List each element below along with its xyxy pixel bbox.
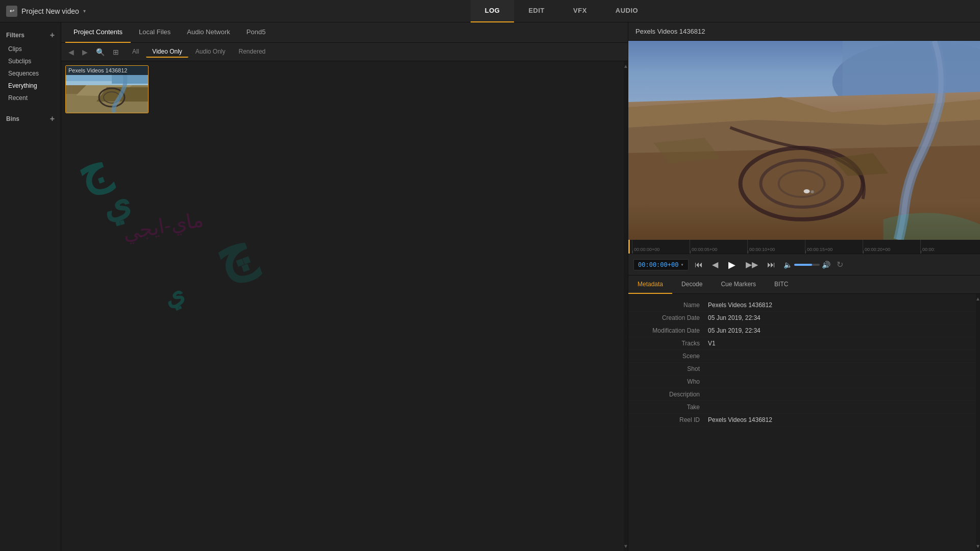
- scroll-down-button[interactable]: ▼: [623, 543, 628, 549]
- playback-controls: 00:00:00+00 ▾ ⏮ ◀ ▶ ▶▶ ⏭ 🔈 🔊 ↻: [628, 254, 980, 276]
- tab-edit[interactable]: EDIT: [514, 0, 559, 22]
- clips-grid: Pexels Videos 1436812 ج ي چ ماي-ايجي ي: [61, 61, 624, 551]
- meta-label-creation-date: Creation Date: [636, 314, 708, 321]
- meta-label-take: Take: [636, 404, 708, 411]
- meta-tab-cue-markers[interactable]: Cue Markers: [712, 276, 765, 294]
- volume-bar[interactable]: [794, 264, 820, 266]
- meta-row-mod-date: Modification Date 05 Jun 2019, 22:34: [628, 324, 976, 337]
- loop-icon[interactable]: ↻: [837, 260, 843, 269]
- meta-row-who: Who: [628, 375, 976, 388]
- bins-add-icon[interactable]: +: [50, 114, 55, 123]
- meta-scroll-down[interactable]: ▼: [975, 543, 980, 549]
- watermark-text2: ي: [97, 181, 135, 228]
- filter-type-tabs: All Video Only Audio Only Rendered: [126, 46, 272, 58]
- filter-bar: ◀ ▶ 🔍 ⊞ All Video Only Audio Only Render…: [61, 43, 628, 61]
- ruler-mark-0: 00:00:00+00: [632, 240, 690, 254]
- sidebar-item-recent[interactable]: Recent: [0, 92, 61, 104]
- meta-row-description: Description: [628, 388, 976, 401]
- meta-value-creation-date: 05 Jun 2019, 22:34: [708, 314, 761, 321]
- meta-label-shot: Shot: [636, 365, 708, 372]
- meta-value-reel-id: Pexels Videos 1436812: [708, 416, 772, 423]
- filter-tab-audio-only[interactable]: Audio Only: [189, 46, 232, 58]
- meta-tab-bitc[interactable]: BITC: [765, 276, 797, 294]
- meta-scroll-up[interactable]: ▲: [975, 296, 980, 302]
- nav-back-button[interactable]: ◀: [65, 46, 77, 58]
- right-panel: Pexels Videos 1436812: [628, 22, 980, 551]
- meta-row-take: Take: [628, 401, 976, 414]
- meta-row-name: Name Pexels Videos 1436812: [628, 299, 976, 312]
- watermark-text4: ي: [158, 278, 189, 313]
- timecode-value: 00:00:00+00: [638, 261, 678, 268]
- ruler-mark-2: 00:00:10+00: [747, 240, 805, 254]
- source-tab-local-files[interactable]: Local Files: [131, 22, 179, 43]
- tab-log[interactable]: LOG: [471, 0, 514, 22]
- volume-fill: [794, 264, 812, 266]
- search-button[interactable]: 🔍: [93, 46, 108, 58]
- source-tab-audio-network[interactable]: Audio Network: [179, 22, 238, 43]
- meta-content: Name Pexels Videos 1436812 Creation Date…: [628, 294, 976, 551]
- meta-row-shot: Shot: [628, 363, 976, 375]
- sidebar-item-subclips[interactable]: Subclips: [0, 55, 61, 67]
- bins-header: Bins +: [0, 111, 61, 127]
- step-forward-button[interactable]: ▶▶: [743, 258, 761, 271]
- meta-tab-decode[interactable]: Decode: [672, 276, 712, 294]
- meta-label-who: Who: [636, 378, 708, 385]
- svg-point-23: [811, 190, 814, 193]
- filters-label: Filters: [6, 32, 24, 39]
- watermark-text1: ج: [68, 139, 114, 200]
- source-tab-project-contents[interactable]: Project Contents: [65, 22, 131, 43]
- go-to-end-button[interactable]: ⏭: [764, 258, 778, 271]
- filter-tab-rendered[interactable]: Rendered: [233, 46, 272, 58]
- ruler-mark-5: 00:00:: [920, 240, 978, 254]
- timeline-ruler: 00:00:00+00 00:00:05+00 00:00:10+00 00:0…: [628, 240, 980, 254]
- filters-add-icon[interactable]: +: [50, 31, 55, 40]
- step-back-button[interactable]: ◀: [709, 258, 721, 271]
- grid-view-button[interactable]: ⊞: [110, 46, 122, 58]
- meta-tabs: Metadata Decode Cue Markers BITC: [628, 276, 980, 294]
- source-tabs: Project Contents Local Files Audio Netwo…: [61, 22, 628, 43]
- project-title: Project New video: [21, 7, 79, 15]
- ruler-marks: 00:00:00+00 00:00:05+00 00:00:10+00 00:0…: [630, 240, 980, 254]
- meta-scrollbar: ▲ ▼: [976, 294, 980, 551]
- volume-section: 🔈 🔊: [783, 261, 830, 269]
- watermark-overlay: ج ي چ ماي-ايجي ي: [61, 61, 624, 551]
- filter-tab-all[interactable]: All: [126, 46, 145, 58]
- go-to-start-button[interactable]: ⏮: [692, 258, 706, 271]
- sidebar-item-everything[interactable]: Everything: [0, 80, 61, 92]
- timecode-dropdown-icon[interactable]: ▾: [680, 262, 683, 267]
- viewer-header: Pexels Videos 1436812: [628, 22, 980, 41]
- video-preview: [628, 41, 980, 240]
- meta-value-mod-date: 05 Jun 2019, 22:34: [708, 327, 761, 334]
- top-bar-left: ↩ Project New video ▾: [0, 6, 143, 17]
- video-preview-svg: [628, 41, 980, 240]
- filter-tab-video-only[interactable]: Video Only: [146, 46, 188, 58]
- scroll-up-button[interactable]: ▲: [623, 63, 628, 69]
- meta-content-area: Name Pexels Videos 1436812 Creation Date…: [628, 294, 980, 551]
- meta-row-reel-id: Reel ID Pexels Videos 1436812: [628, 414, 976, 427]
- filters-header: Filters +: [0, 28, 61, 43]
- metadata-panel: Metadata Decode Cue Markers BITC Name Pe…: [628, 276, 980, 551]
- source-tab-pond5[interactable]: Pond5: [238, 22, 274, 43]
- meta-value-name: Pexels Videos 1436812: [708, 302, 772, 309]
- clips-area: Pexels Videos 1436812 ج ي چ ماي-ايجي ي ▲…: [61, 61, 628, 551]
- meta-tab-metadata[interactable]: Metadata: [628, 276, 672, 294]
- meta-row-scene: Scene: [628, 350, 976, 363]
- nav-forward-button[interactable]: ▶: [79, 46, 91, 58]
- watermark-text3: چ: [204, 215, 260, 289]
- timecode-display: 00:00:00+00 ▾: [633, 259, 689, 270]
- sidebar-item-sequences[interactable]: Sequences: [0, 67, 61, 80]
- meta-row-creation-date: Creation Date 05 Jun 2019, 22:34: [628, 312, 976, 324]
- volume-high-icon: 🔊: [822, 261, 830, 269]
- left-sidebar: Filters + Clips Subclips Sequences Every…: [0, 22, 61, 551]
- sidebar-item-clips[interactable]: Clips: [0, 43, 61, 55]
- meta-value-tracks: V1: [708, 340, 716, 347]
- list-item[interactable]: Pexels Videos 1436812: [65, 65, 149, 113]
- meta-row-tracks: Tracks V1: [628, 337, 976, 350]
- play-button[interactable]: ▶: [724, 257, 740, 272]
- bins-label: Bins: [6, 115, 19, 122]
- clip-thumbnail: Pexels Videos 1436812: [66, 66, 149, 113]
- tab-audio[interactable]: AUDIO: [601, 0, 652, 22]
- tab-vfx[interactable]: VFX: [559, 0, 601, 22]
- ruler-mark-4: 00:00:20+00: [863, 240, 920, 254]
- chevron-down-icon[interactable]: ▾: [83, 8, 86, 14]
